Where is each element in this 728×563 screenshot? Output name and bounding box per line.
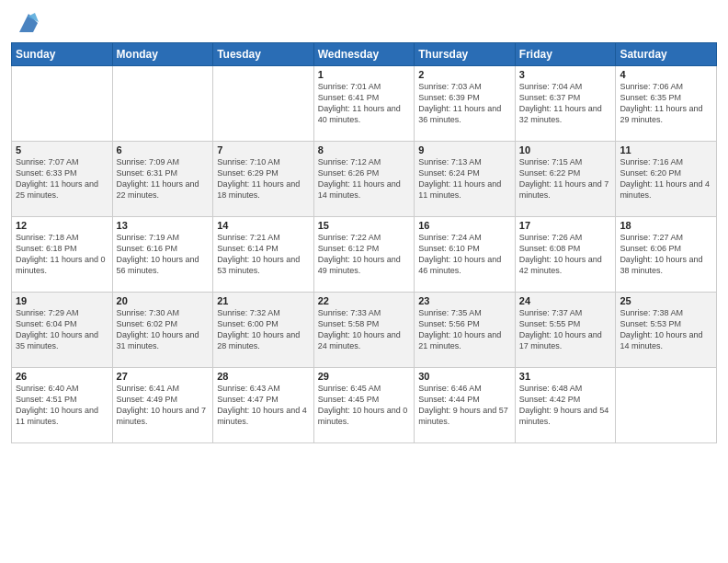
- weekday-wednesday: Wednesday: [313, 43, 415, 66]
- day-info: Sunrise: 7:29 AM Sunset: 6:04 PM Dayligh…: [16, 307, 108, 352]
- day-number: 24: [519, 295, 612, 306]
- day-number: 14: [217, 220, 310, 231]
- logo-icon: [15, 9, 42, 37]
- week-row-2: 5Sunrise: 7:07 AM Sunset: 6:33 PM Daylig…: [12, 142, 717, 217]
- day-number: 6: [117, 144, 210, 155]
- day-number: 27: [117, 371, 210, 382]
- day-number: 13: [117, 220, 210, 231]
- day-number: 2: [418, 69, 511, 80]
- week-row-3: 12Sunrise: 7:18 AM Sunset: 6:18 PM Dayli…: [12, 217, 717, 293]
- day-info: Sunrise: 7:07 AM Sunset: 6:33 PM Dayligh…: [16, 156, 108, 201]
- day-cell: 13Sunrise: 7:19 AM Sunset: 6:16 PM Dayli…: [112, 217, 213, 293]
- day-number: 17: [519, 220, 612, 231]
- day-cell: [213, 66, 314, 142]
- day-cell: [616, 368, 717, 443]
- day-info: Sunrise: 7:38 AM Sunset: 5:53 PM Dayligh…: [620, 307, 712, 352]
- day-number: 20: [117, 295, 210, 306]
- day-cell: 21Sunrise: 7:32 AM Sunset: 6:00 PM Dayli…: [213, 293, 314, 368]
- logo: [11, 9, 42, 37]
- day-cell: 3Sunrise: 7:04 AM Sunset: 6:37 PM Daylig…: [515, 66, 616, 142]
- day-number: 21: [217, 295, 310, 306]
- day-cell: 20Sunrise: 7:30 AM Sunset: 6:02 PM Dayli…: [112, 293, 213, 368]
- week-row-4: 19Sunrise: 7:29 AM Sunset: 6:04 PM Dayli…: [12, 293, 717, 368]
- week-row-5: 26Sunrise: 6:40 AM Sunset: 4:51 PM Dayli…: [12, 368, 717, 443]
- day-cell: 18Sunrise: 7:27 AM Sunset: 6:06 PM Dayli…: [616, 217, 717, 293]
- day-info: Sunrise: 7:09 AM Sunset: 6:31 PM Dayligh…: [117, 156, 210, 201]
- day-cell: 23Sunrise: 7:35 AM Sunset: 5:56 PM Dayli…: [415, 293, 516, 368]
- day-cell: 1Sunrise: 7:01 AM Sunset: 6:41 PM Daylig…: [313, 66, 415, 142]
- weekday-saturday: Saturday: [616, 43, 717, 66]
- day-number: 9: [418, 144, 511, 155]
- day-number: 22: [318, 295, 411, 306]
- day-number: 5: [16, 144, 108, 155]
- day-info: Sunrise: 7:10 AM Sunset: 6:29 PM Dayligh…: [217, 156, 310, 201]
- weekday-friday: Friday: [515, 43, 616, 66]
- day-cell: 22Sunrise: 7:33 AM Sunset: 5:58 PM Dayli…: [313, 293, 415, 368]
- day-info: Sunrise: 6:48 AM Sunset: 4:42 PM Dayligh…: [519, 383, 612, 428]
- day-number: 8: [318, 144, 411, 155]
- day-info: Sunrise: 7:27 AM Sunset: 6:06 PM Dayligh…: [620, 232, 712, 277]
- day-cell: 31Sunrise: 6:48 AM Sunset: 4:42 PM Dayli…: [515, 368, 616, 443]
- day-cell: 24Sunrise: 7:37 AM Sunset: 5:55 PM Dayli…: [515, 293, 616, 368]
- day-info: Sunrise: 7:33 AM Sunset: 5:58 PM Dayligh…: [318, 307, 411, 352]
- day-cell: 12Sunrise: 7:18 AM Sunset: 6:18 PM Dayli…: [12, 217, 113, 293]
- weekday-thursday: Thursday: [415, 43, 516, 66]
- day-number: 30: [418, 371, 511, 382]
- day-number: 7: [217, 144, 310, 155]
- day-number: 1: [318, 69, 411, 80]
- day-number: 19: [16, 295, 108, 306]
- day-info: Sunrise: 6:40 AM Sunset: 4:51 PM Dayligh…: [16, 383, 108, 428]
- day-info: Sunrise: 7:01 AM Sunset: 6:41 PM Dayligh…: [318, 81, 411, 126]
- page-header: [11, 9, 717, 37]
- day-cell: 6Sunrise: 7:09 AM Sunset: 6:31 PM Daylig…: [112, 142, 213, 217]
- day-info: Sunrise: 7:32 AM Sunset: 6:00 PM Dayligh…: [217, 307, 310, 352]
- day-info: Sunrise: 7:37 AM Sunset: 5:55 PM Dayligh…: [519, 307, 612, 352]
- day-number: 10: [519, 144, 612, 155]
- day-info: Sunrise: 6:45 AM Sunset: 4:45 PM Dayligh…: [318, 383, 411, 428]
- day-info: Sunrise: 7:35 AM Sunset: 5:56 PM Dayligh…: [418, 307, 511, 352]
- day-info: Sunrise: 7:19 AM Sunset: 6:16 PM Dayligh…: [117, 232, 210, 277]
- day-number: 12: [16, 220, 108, 231]
- day-info: Sunrise: 7:22 AM Sunset: 6:12 PM Dayligh…: [318, 232, 411, 277]
- day-number: 3: [519, 69, 612, 80]
- day-info: Sunrise: 7:06 AM Sunset: 6:35 PM Dayligh…: [620, 81, 712, 126]
- day-info: Sunrise: 7:16 AM Sunset: 6:20 PM Dayligh…: [620, 156, 712, 201]
- day-number: 18: [620, 220, 712, 231]
- day-cell: 7Sunrise: 7:10 AM Sunset: 6:29 PM Daylig…: [213, 142, 314, 217]
- day-cell: 17Sunrise: 7:26 AM Sunset: 6:08 PM Dayli…: [515, 217, 616, 293]
- day-number: 25: [620, 295, 712, 306]
- day-info: Sunrise: 7:12 AM Sunset: 6:26 PM Dayligh…: [318, 156, 411, 201]
- day-number: 28: [217, 371, 310, 382]
- day-number: 4: [620, 69, 712, 80]
- day-info: Sunrise: 7:13 AM Sunset: 6:24 PM Dayligh…: [418, 156, 511, 201]
- day-info: Sunrise: 7:21 AM Sunset: 6:14 PM Dayligh…: [217, 232, 310, 277]
- day-number: 26: [16, 371, 108, 382]
- day-info: Sunrise: 6:43 AM Sunset: 4:47 PM Dayligh…: [217, 383, 310, 428]
- day-cell: 26Sunrise: 6:40 AM Sunset: 4:51 PM Dayli…: [12, 368, 113, 443]
- day-number: 29: [318, 371, 411, 382]
- weekday-sunday: Sunday: [12, 43, 113, 66]
- day-cell: 27Sunrise: 6:41 AM Sunset: 4:49 PM Dayli…: [112, 368, 213, 443]
- weekday-monday: Monday: [112, 43, 213, 66]
- day-cell: 10Sunrise: 7:15 AM Sunset: 6:22 PM Dayli…: [515, 142, 616, 217]
- day-info: Sunrise: 6:41 AM Sunset: 4:49 PM Dayligh…: [117, 383, 210, 428]
- day-info: Sunrise: 7:26 AM Sunset: 6:08 PM Dayligh…: [519, 232, 612, 277]
- day-info: Sunrise: 6:46 AM Sunset: 4:44 PM Dayligh…: [418, 383, 511, 428]
- calendar-table: SundayMondayTuesdayWednesdayThursdayFrid…: [11, 42, 717, 443]
- week-row-1: 1Sunrise: 7:01 AM Sunset: 6:41 PM Daylig…: [12, 66, 717, 142]
- day-cell: 28Sunrise: 6:43 AM Sunset: 4:47 PM Dayli…: [213, 368, 314, 443]
- day-cell: 16Sunrise: 7:24 AM Sunset: 6:10 PM Dayli…: [415, 217, 516, 293]
- day-number: 23: [418, 295, 511, 306]
- day-cell: 4Sunrise: 7:06 AM Sunset: 6:35 PM Daylig…: [616, 66, 717, 142]
- day-info: Sunrise: 7:24 AM Sunset: 6:10 PM Dayligh…: [418, 232, 511, 277]
- day-number: 31: [519, 371, 612, 382]
- day-number: 15: [318, 220, 411, 231]
- day-cell: [12, 66, 113, 142]
- day-number: 11: [620, 144, 712, 155]
- weekday-header-row: SundayMondayTuesdayWednesdayThursdayFrid…: [12, 43, 717, 66]
- day-info: Sunrise: 7:03 AM Sunset: 6:39 PM Dayligh…: [418, 81, 511, 126]
- day-cell: 5Sunrise: 7:07 AM Sunset: 6:33 PM Daylig…: [12, 142, 113, 217]
- day-info: Sunrise: 7:18 AM Sunset: 6:18 PM Dayligh…: [16, 232, 108, 277]
- day-number: 16: [418, 220, 511, 231]
- day-info: Sunrise: 7:04 AM Sunset: 6:37 PM Dayligh…: [519, 81, 612, 126]
